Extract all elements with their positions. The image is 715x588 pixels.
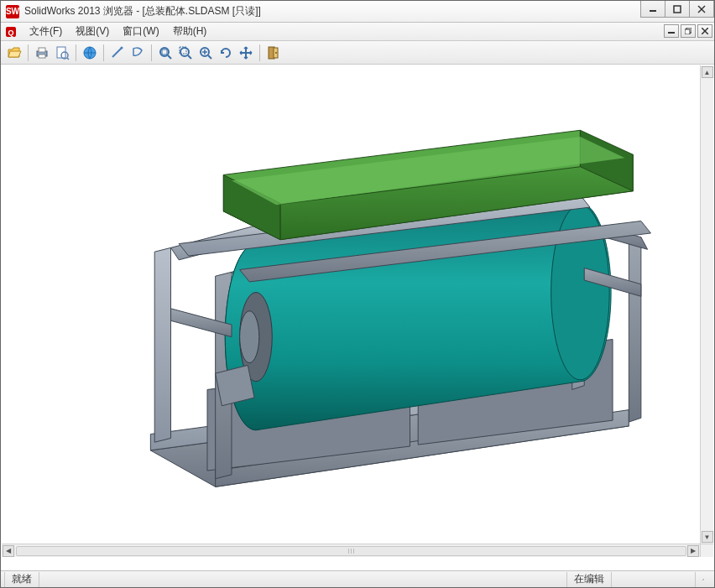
svg-text:Q: Q: [8, 29, 13, 37]
mdi-restore-button[interactable]: [681, 24, 696, 38]
zoom-fit-icon: [158, 45, 173, 60]
pan-button[interactable]: [237, 44, 255, 62]
window-controls: [641, 1, 714, 18]
svg-rect-1: [674, 6, 681, 13]
svg-line-16: [67, 58, 69, 60]
rotate-icon: [218, 45, 233, 60]
menu-window[interactable]: 窗口(W): [116, 23, 165, 40]
svg-line-24: [188, 55, 191, 59]
print-preview-button[interactable]: [53, 44, 71, 62]
minimize-icon: [649, 5, 657, 13]
horizontal-scrollbar[interactable]: ◀ ▶: [2, 544, 700, 557]
measure-button[interactable]: [108, 44, 127, 62]
toolbar: [1, 41, 714, 65]
scroll-thumb[interactable]: [16, 546, 686, 556]
mdi-close-button[interactable]: [697, 24, 712, 38]
svg-point-23: [180, 48, 189, 56]
rotate-button[interactable]: [217, 44, 235, 62]
svg-rect-13: [39, 55, 45, 58]
scroll-left-button[interactable]: ◀: [3, 545, 14, 557]
close-icon: [697, 5, 706, 13]
scroll-down-button[interactable]: ▼: [702, 531, 713, 543]
svg-line-21: [168, 55, 171, 59]
svg-rect-8: [685, 29, 690, 34]
zoom-inout-button[interactable]: [196, 44, 215, 62]
pan-icon: [238, 45, 253, 60]
viewport-container: ▲ ▼ ◀ ▶: [2, 65, 713, 557]
document-icon[interactable]: Q: [4, 25, 18, 39]
svg-point-19: [121, 46, 123, 49]
svg-line-27: [208, 55, 211, 59]
toolbar-separator: [28, 44, 29, 61]
exit-icon: [266, 45, 281, 60]
svg-point-36: [240, 311, 259, 363]
web-icon: [82, 45, 97, 60]
toolbar-separator: [259, 44, 260, 61]
status-ready: 就绪: [4, 572, 39, 587]
scroll-right-button[interactable]: ▶: [687, 545, 699, 557]
toolbar-separator: [151, 44, 152, 61]
toolbar-separator: [103, 44, 104, 61]
web-button[interactable]: [81, 44, 99, 62]
open-button[interactable]: [5, 44, 23, 62]
zoom-fit-button[interactable]: [156, 44, 175, 62]
print-button[interactable]: [33, 44, 51, 62]
zoom-area-button[interactable]: [176, 44, 195, 62]
grip-icon: [702, 575, 704, 585]
status-spacer: [39, 572, 567, 587]
3d-viewport[interactable]: [2, 65, 700, 544]
app-icon: SW: [6, 5, 19, 18]
resize-grip[interactable]: [696, 572, 711, 587]
maximize-icon: [673, 5, 681, 13]
maximize-button[interactable]: [665, 1, 690, 18]
menubar: Q 文件(F) 视图(V) 窗口(W) 帮助(H): [1, 23, 714, 41]
window-title: SolidWorks 2013 浏览器 - [总装配体.SLDASM [只读]]: [24, 4, 261, 18]
menu-help[interactable]: 帮助(H): [166, 23, 214, 40]
close-button[interactable]: [689, 1, 714, 18]
svg-rect-12: [39, 48, 45, 52]
model-render: [2, 65, 700, 544]
svg-point-32: [275, 52, 277, 54]
titlebar: SW SolidWorks 2013 浏览器 - [总装配体.SLDASM [只…: [1, 1, 714, 23]
scroll-up-button[interactable]: ▲: [702, 66, 713, 78]
toolbar-separator: [76, 44, 76, 61]
svg-rect-22: [162, 49, 167, 55]
section-button[interactable]: [128, 44, 147, 62]
status-editing: 在编辑: [567, 572, 612, 587]
mdi-minimize-button[interactable]: [664, 24, 679, 38]
menu-view[interactable]: 视图(V): [69, 23, 116, 40]
open-icon: [7, 45, 22, 60]
measure-icon: [110, 45, 125, 60]
print-icon: [34, 45, 50, 60]
status-empty-1: [612, 572, 696, 587]
zoom-inout-icon: [198, 45, 213, 60]
print-preview-icon: [55, 45, 70, 60]
menu-file[interactable]: 文件(F): [23, 23, 69, 40]
mdi-controls: [662, 24, 712, 38]
scrollbar-corner: [700, 544, 713, 557]
exit-button[interactable]: [264, 44, 283, 62]
zoom-area-icon: [178, 45, 193, 60]
statusbar: 就绪 在编辑: [1, 570, 714, 587]
section-icon: [130, 45, 145, 60]
minimize-button[interactable]: [640, 1, 665, 18]
vertical-scrollbar[interactable]: ▲ ▼: [700, 65, 713, 544]
